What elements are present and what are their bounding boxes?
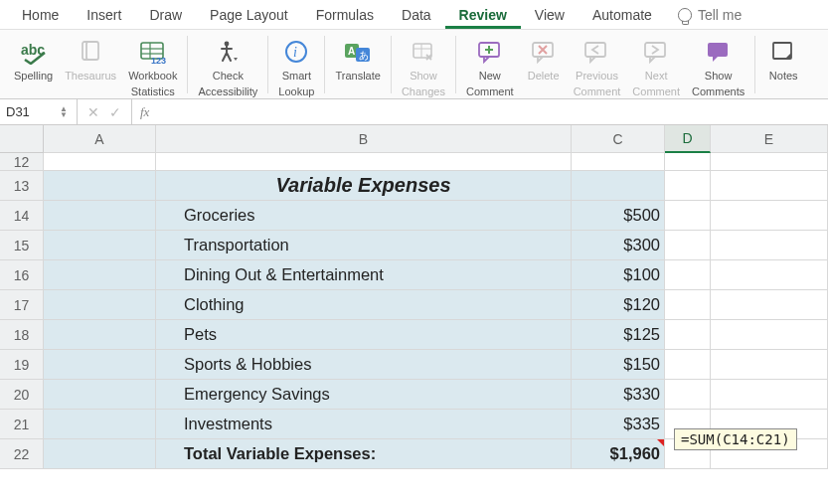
cell-c13[interactable] [572, 171, 665, 201]
name-box-stepper[interactable]: ▲▼ [60, 106, 68, 118]
cell-d13[interactable] [665, 171, 711, 201]
thesaurus-button[interactable]: Thesaurus [59, 36, 122, 84]
cell-a21[interactable] [44, 410, 156, 439]
cell-b21-label[interactable]: Investments [156, 410, 572, 439]
translate-button[interactable]: Aあ Translate [329, 36, 386, 84]
cell-a16[interactable] [44, 260, 156, 290]
check-accessibility-button[interactable]: Check Accessibility [192, 36, 263, 99]
tab-formulas[interactable]: Formulas [302, 1, 388, 29]
row-header-21[interactable]: 21 [0, 410, 44, 439]
name-box-input[interactable] [6, 104, 60, 119]
cell-b22-total-label[interactable]: Total Variable Expenses: [156, 439, 572, 469]
cell-a20[interactable] [44, 380, 156, 410]
tell-me-search[interactable]: Tell me [666, 1, 753, 29]
cell-a22[interactable] [44, 439, 156, 469]
cell-d17[interactable] [665, 290, 711, 320]
cell-b18-label[interactable]: Pets [156, 320, 572, 350]
tab-automate[interactable]: Automate [579, 1, 666, 29]
row-header-13[interactable]: 13 [0, 171, 44, 201]
tab-insert[interactable]: Insert [73, 1, 135, 29]
cell-b15-label[interactable]: Transportation [156, 231, 572, 260]
row-header-14[interactable]: 14 [0, 201, 44, 231]
row-header-15[interactable]: 15 [0, 231, 44, 260]
cell-c19-value[interactable]: $150 [572, 350, 665, 380]
tab-page-layout[interactable]: Page Layout [196, 1, 302, 29]
cell-a18[interactable] [44, 320, 156, 350]
delete-comment-button[interactable]: Delete [520, 36, 568, 84]
cell-e13[interactable] [711, 171, 828, 201]
next-comment-button[interactable]: Next Comment [626, 36, 686, 99]
cell-a13[interactable] [44, 171, 156, 201]
formula-input[interactable] [157, 99, 828, 124]
new-comment-button[interactable]: New Comment [460, 36, 520, 99]
cell-c20-value[interactable]: $330 [572, 380, 665, 410]
cell-e20[interactable] [711, 380, 828, 410]
cell-e18[interactable] [711, 320, 828, 350]
cell-c18-value[interactable]: $125 [572, 320, 665, 350]
cell-b19-label[interactable]: Sports & Hobbies [156, 350, 572, 380]
comment-indicator-icon[interactable] [657, 439, 664, 446]
spelling-button[interactable]: abc Spelling [8, 36, 59, 84]
accept-formula-icon[interactable]: ✓ [109, 104, 121, 120]
tab-view[interactable]: View [521, 1, 579, 29]
cell-e12[interactable] [711, 153, 828, 171]
row-header-19[interactable]: 19 [0, 350, 44, 380]
cell-c22-total-value[interactable]: $1,960 [572, 439, 665, 469]
spreadsheet-grid[interactable]: A B C D E 12 13 Variable Expenses 14 Gro… [0, 125, 828, 469]
cell-c17-value[interactable]: $120 [572, 290, 665, 320]
cell-d14[interactable] [665, 201, 711, 231]
row-header-17[interactable]: 17 [0, 290, 44, 320]
row-header-18[interactable]: 18 [0, 320, 44, 350]
cell-a17[interactable] [44, 290, 156, 320]
cell-b20-label[interactable]: Emergency Savings [156, 380, 572, 410]
tab-data[interactable]: Data [388, 1, 445, 29]
show-changes-button[interactable]: Show Changes [396, 36, 451, 99]
cancel-formula-icon[interactable]: ✕ [87, 104, 99, 120]
cell-e15[interactable] [711, 231, 828, 260]
cell-c12[interactable] [572, 153, 665, 171]
previous-comment-button[interactable]: Previous Comment [568, 36, 627, 99]
cell-e14[interactable] [711, 201, 828, 231]
cell-d12[interactable] [665, 153, 711, 171]
row-header-12[interactable]: 12 [0, 153, 44, 171]
cell-c15-value[interactable]: $300 [572, 231, 665, 260]
cell-b14-label[interactable]: Groceries [156, 201, 572, 231]
smart-lookup-button[interactable]: i Smart Lookup [272, 36, 320, 99]
cell-b13-section-title[interactable]: Variable Expenses [156, 171, 572, 201]
column-header-b[interactable]: B [156, 125, 572, 153]
cell-e17[interactable] [711, 290, 828, 320]
name-box[interactable]: ▲▼ [0, 99, 78, 124]
cell-d18[interactable] [665, 320, 711, 350]
cell-a12[interactable] [44, 153, 156, 171]
workbook-statistics-button[interactable]: 123 Workbook Statistics [122, 36, 183, 99]
cell-a19[interactable] [44, 350, 156, 380]
fx-icon[interactable]: fx [132, 104, 157, 120]
row-header-22[interactable]: 22 [0, 439, 44, 469]
cell-d15[interactable] [665, 231, 711, 260]
cell-d20[interactable] [665, 380, 711, 410]
select-all-corner[interactable] [0, 125, 44, 153]
column-header-c[interactable]: C [572, 125, 665, 153]
cell-e19[interactable] [711, 350, 828, 380]
show-comments-button[interactable]: Show Comments [686, 36, 750, 99]
column-header-e[interactable]: E [711, 125, 828, 153]
cell-d16[interactable] [665, 260, 711, 290]
cell-b17-label[interactable]: Clothing [156, 290, 572, 320]
cell-b12[interactable] [156, 153, 572, 171]
cell-a15[interactable] [44, 231, 156, 260]
row-header-16[interactable]: 16 [0, 260, 44, 290]
column-header-d[interactable]: D [665, 125, 711, 153]
cell-b16-label[interactable]: Dining Out & Entertainment [156, 260, 572, 290]
cell-e16[interactable] [711, 260, 828, 290]
cell-c16-value[interactable]: $100 [572, 260, 665, 290]
cell-d19[interactable] [665, 350, 711, 380]
cell-c14-value[interactable]: $500 [572, 201, 665, 231]
cell-c21-value[interactable]: $335 [572, 410, 665, 439]
row-header-20[interactable]: 20 [0, 380, 44, 410]
tab-draw[interactable]: Draw [135, 1, 196, 29]
notes-button[interactable]: Notes [759, 36, 807, 84]
tab-home[interactable]: Home [8, 1, 73, 29]
column-header-a[interactable]: A [44, 125, 156, 153]
tab-review[interactable]: Review [445, 1, 521, 29]
cell-a14[interactable] [44, 201, 156, 231]
